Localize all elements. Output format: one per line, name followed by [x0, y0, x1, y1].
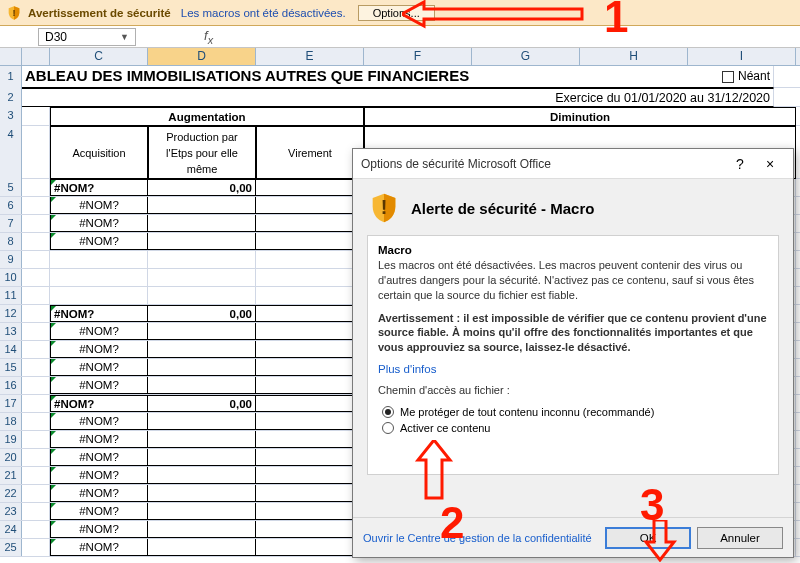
cell[interactable] — [256, 215, 364, 232]
cell[interactable] — [22, 521, 50, 538]
row-header[interactable]: 17 — [0, 395, 22, 412]
cell[interactable]: #NOM? — [50, 179, 148, 196]
cell[interactable] — [22, 305, 50, 322]
cancel-button[interactable]: Annuler — [697, 527, 783, 549]
row-header[interactable]: 7 — [0, 215, 22, 232]
trust-center-link[interactable]: Ouvrir le Centre de gestion de la confid… — [363, 532, 599, 544]
cell[interactable]: 0 — [256, 305, 364, 322]
row-header[interactable]: 24 — [0, 521, 22, 538]
cell[interactable] — [22, 359, 50, 376]
cell[interactable]: 0,00 — [148, 305, 256, 322]
cell[interactable] — [22, 107, 50, 126]
cell[interactable] — [256, 341, 364, 358]
cell[interactable]: #NOM? — [50, 413, 148, 430]
chevron-down-icon[interactable]: ▼ — [120, 32, 129, 42]
cell[interactable]: Diminution — [364, 107, 796, 126]
col-header[interactable]: F — [364, 48, 472, 65]
row-header[interactable]: 10 — [0, 269, 22, 286]
cell[interactable] — [22, 233, 50, 250]
cell[interactable] — [256, 377, 364, 394]
cell[interactable] — [256, 467, 364, 484]
cell[interactable]: #NOM? — [50, 485, 148, 502]
cell[interactable] — [148, 341, 256, 358]
cell[interactable]: #NOM? — [50, 305, 148, 322]
row-header[interactable]: 25 — [0, 539, 22, 556]
cell[interactable]: #NOM? — [50, 215, 148, 232]
radio-enable[interactable]: Activer ce contenu — [382, 422, 768, 434]
security-options-button[interactable]: Options... — [358, 5, 435, 21]
row-header[interactable]: 9 — [0, 251, 22, 268]
select-all-corner[interactable] — [0, 48, 22, 65]
fx-icon[interactable]: fx — [204, 28, 213, 46]
cell[interactable] — [148, 467, 256, 484]
col-header[interactable]: E — [256, 48, 364, 65]
cell[interactable] — [148, 377, 256, 394]
neant-checkbox[interactable] — [722, 71, 734, 83]
cell[interactable]: #NOM? — [50, 323, 148, 340]
cell[interactable] — [256, 503, 364, 520]
cell[interactable]: 0 — [256, 395, 364, 412]
cell[interactable]: #NOM? — [50, 197, 148, 214]
cell[interactable] — [148, 503, 256, 520]
cell[interactable] — [22, 395, 50, 412]
cell[interactable] — [50, 269, 148, 286]
cell[interactable]: #NOM? — [50, 359, 148, 376]
col-header[interactable]: C — [50, 48, 148, 65]
row-header[interactable]: 2 — [0, 88, 22, 107]
cell[interactable] — [148, 431, 256, 448]
cell[interactable] — [22, 215, 50, 232]
cell[interactable] — [148, 215, 256, 232]
cell[interactable] — [22, 485, 50, 502]
cell[interactable] — [148, 449, 256, 466]
row-header[interactable]: 22 — [0, 485, 22, 502]
cell[interactable] — [22, 197, 50, 214]
close-icon[interactable]: × — [755, 156, 785, 172]
cell[interactable]: #NOM? — [50, 503, 148, 520]
cell[interactable] — [256, 233, 364, 250]
col-header[interactable]: H — [580, 48, 688, 65]
row-header[interactable]: 21 — [0, 467, 22, 484]
cell[interactable]: Exercice du 01/01/2020 au 31/12/2020 — [22, 88, 774, 107]
row-header[interactable]: 20 — [0, 449, 22, 466]
cell[interactable] — [50, 287, 148, 304]
cell[interactable]: 0 — [256, 179, 364, 196]
row-header[interactable]: 6 — [0, 197, 22, 214]
cell[interactable] — [22, 287, 50, 304]
col-header[interactable]: G — [472, 48, 580, 65]
cell[interactable]: #NOM? — [50, 377, 148, 394]
cell[interactable]: #NOM? — [50, 539, 148, 556]
cell[interactable]: #NOM? — [50, 395, 148, 412]
row-header[interactable]: 14 — [0, 341, 22, 358]
col-header[interactable]: D — [148, 48, 256, 65]
cell[interactable]: #NOM? — [50, 341, 148, 358]
radio-protect[interactable]: Me protéger de tout contenu inconnu (rec… — [382, 406, 768, 418]
row-header[interactable]: 15 — [0, 359, 22, 376]
cell[interactable] — [22, 126, 50, 179]
cell[interactable] — [148, 539, 256, 556]
row-header[interactable]: 1 — [0, 66, 22, 88]
dialog-titlebar[interactable]: Options de sécurité Microsoft Office ? × — [353, 149, 793, 179]
cell[interactable] — [148, 359, 256, 376]
cell[interactable] — [50, 251, 148, 268]
cell[interactable]: #NOM? — [50, 449, 148, 466]
col-header[interactable]: I — [688, 48, 796, 65]
cell[interactable]: #NOM? — [50, 431, 148, 448]
cell[interactable] — [22, 341, 50, 358]
cell[interactable] — [148, 233, 256, 250]
row-header[interactable]: 3 — [0, 107, 22, 126]
cell[interactable] — [22, 251, 50, 268]
help-button[interactable]: ? — [725, 156, 755, 172]
ok-button[interactable]: OK — [605, 527, 691, 549]
cell[interactable] — [148, 269, 256, 286]
cell[interactable] — [22, 503, 50, 520]
row-header[interactable]: 19 — [0, 431, 22, 448]
row-header[interactable]: 23 — [0, 503, 22, 520]
cell[interactable] — [148, 485, 256, 502]
cell[interactable] — [256, 413, 364, 430]
cell[interactable]: #NOM? — [50, 233, 148, 250]
cell[interactable]: 0,00 — [148, 395, 256, 412]
cell[interactable] — [148, 323, 256, 340]
name-box[interactable]: D30 ▼ — [38, 28, 136, 46]
cell[interactable]: Virement — [256, 126, 364, 179]
row-header[interactable]: 18 — [0, 413, 22, 430]
